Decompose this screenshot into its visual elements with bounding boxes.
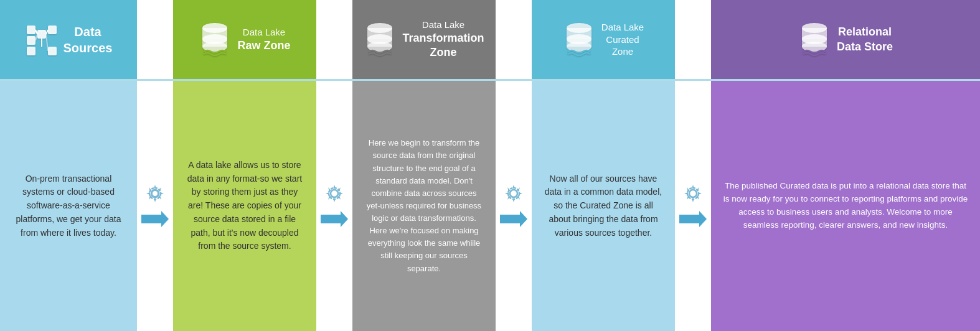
header-text-relational: Relational Data Store xyxy=(837,25,893,54)
svg-line-7 xyxy=(46,30,48,34)
transform-title2: Transformation xyxy=(402,31,484,45)
svg-rect-0 xyxy=(27,26,35,34)
svg-marker-30 xyxy=(500,211,527,227)
arrow-icon-1 xyxy=(141,208,169,230)
svg-line-9 xyxy=(35,34,37,40)
svg-rect-4 xyxy=(48,26,57,34)
arrow-1-top xyxy=(137,0,173,81)
body-datasources: On-prem transactional systems or cloud-b… xyxy=(0,81,137,331)
gear-icon-2 xyxy=(323,182,346,205)
header-text-transform: Data Lake Transformation Zone xyxy=(402,19,484,60)
column-curated: Data Lake Curated Zone Now all of our so… xyxy=(532,0,675,331)
body-rawzone: A data lake allows us to store data in a… xyxy=(173,81,316,331)
arrow-3-bottom xyxy=(496,81,532,331)
curated-body-text: Now all of our sources have data in a co… xyxy=(543,172,664,240)
relational-title1: Relational xyxy=(837,25,893,39)
svg-rect-3 xyxy=(37,30,46,39)
column-transform: Data Lake Transformation Zone Here we be… xyxy=(352,0,496,331)
column-relational: Relational Data Store The published Cura… xyxy=(711,0,980,331)
svg-line-6 xyxy=(35,30,37,34)
rawzone-title1: Data Lake xyxy=(237,26,290,39)
arrow-3-top xyxy=(496,0,532,81)
curated-title2: Curated xyxy=(601,34,644,46)
arrow-3 xyxy=(496,0,532,331)
arrow-2-bottom xyxy=(316,81,352,331)
svg-point-12 xyxy=(152,190,158,197)
arrow-icon-4 xyxy=(679,208,707,230)
arrow-1-bottom xyxy=(137,81,173,331)
datasources-title2: Sources xyxy=(64,40,113,56)
arrow-2 xyxy=(316,0,352,331)
datasources-body-text: On-prem transactional systems or cloud-b… xyxy=(11,172,126,240)
transform-icon xyxy=(364,22,396,58)
header-curated: Data Lake Curated Zone xyxy=(532,0,675,81)
svg-rect-2 xyxy=(27,47,35,55)
gear-icon-1 xyxy=(144,182,166,205)
header-text-curated: Data Lake Curated Zone xyxy=(601,21,644,58)
arrow-icon-3 xyxy=(500,208,527,230)
rawzone-icon xyxy=(199,22,231,58)
header-datasources: Data Sources xyxy=(0,0,137,81)
gear-icon-4 xyxy=(682,182,704,205)
svg-point-20 xyxy=(331,190,338,197)
transform-body-text: Here we begin to transform the source da… xyxy=(364,137,484,275)
header-relational: Relational Data Store xyxy=(711,0,980,81)
gear-icon-3 xyxy=(502,182,525,205)
curated-title1: Data Lake xyxy=(601,21,644,34)
column-rawzone: Data Lake Raw Zone A data lake allows us… xyxy=(173,0,316,331)
arrow-1 xyxy=(137,0,173,331)
relational-body-text: The published Curated data is put into a… xyxy=(722,180,969,232)
body-relational: The published Curated data is put into a… xyxy=(711,81,980,331)
arrow-4-bottom xyxy=(675,81,711,331)
header-rawzone: Data Lake Raw Zone xyxy=(173,0,316,81)
relational-title2: Data Store xyxy=(837,40,893,54)
arrow-icon-2 xyxy=(321,208,348,230)
header-text-datasources: Data Sources xyxy=(64,24,113,56)
svg-point-36 xyxy=(689,190,697,197)
body-curated: Now all of our sources have data in a co… xyxy=(532,81,675,331)
relational-icon xyxy=(798,22,831,58)
arrow-4 xyxy=(675,0,711,331)
header-text-rawzone: Data Lake Raw Zone xyxy=(237,26,290,53)
arrow-4-top xyxy=(675,0,711,81)
curated-title3: Zone xyxy=(601,45,644,58)
svg-rect-1 xyxy=(27,36,35,45)
svg-marker-14 xyxy=(141,211,169,227)
rawzone-title2: Raw Zone xyxy=(237,39,290,53)
svg-line-10 xyxy=(46,34,48,51)
arrow-2-top xyxy=(316,0,352,81)
svg-marker-38 xyxy=(679,211,707,227)
transform-title1: Data Lake xyxy=(402,19,484,31)
curated-icon xyxy=(563,22,595,58)
body-transform: Here we begin to transform the source da… xyxy=(352,81,496,331)
header-transform: Data Lake Transformation Zone xyxy=(352,0,496,81)
data-pipeline-diagram: Data Sources On-prem transactional syste… xyxy=(0,0,980,331)
column-datasources: Data Sources On-prem transactional syste… xyxy=(0,0,137,331)
datasources-icon xyxy=(25,24,57,56)
datasources-title: Data xyxy=(64,24,113,40)
svg-rect-5 xyxy=(48,47,57,55)
svg-marker-22 xyxy=(321,211,348,227)
transform-title3: Zone xyxy=(402,45,484,60)
svg-point-28 xyxy=(510,190,517,197)
rawzone-body-text: A data lake allows us to store data in a… xyxy=(184,159,305,253)
